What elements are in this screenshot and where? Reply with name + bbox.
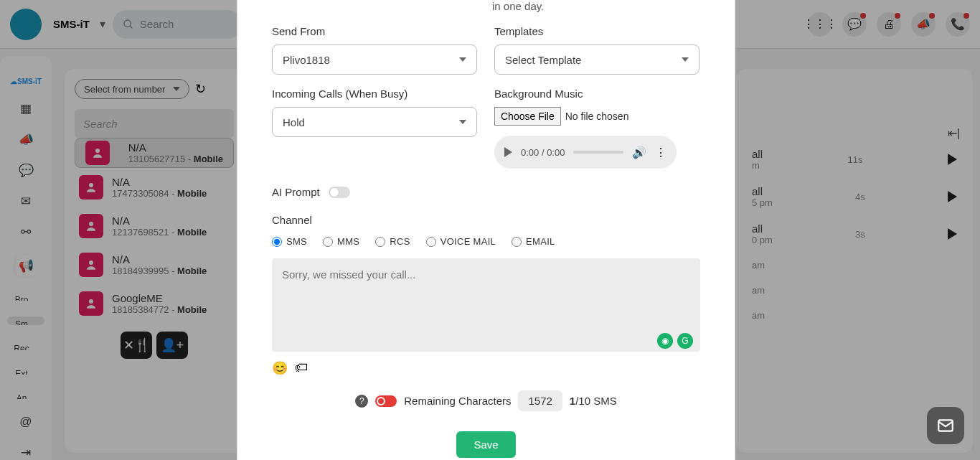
templates-value: Select Template [505,54,581,66]
note-text: in one day. [492,0,700,12]
channel-label: Channel [272,214,700,226]
choose-file-button[interactable]: Choose File [494,107,561,126]
remaining-count: 1572 [518,390,562,411]
incoming-select[interactable]: Hold [272,107,477,137]
ai-prompt-toggle[interactable] [329,187,350,198]
emoji-picker-icon[interactable]: 😊 [272,360,288,376]
channel-label-text: EMAIL [526,236,555,247]
channel-voice-mail[interactable]: VOICE MAIL [426,236,496,247]
channel-mms[interactable]: MMS [323,236,359,247]
message-textarea[interactable] [272,258,700,352]
grammarly-icon[interactable]: ◉ [657,333,673,349]
save-button[interactable]: Save [456,431,515,458]
channel-sms[interactable]: SMS [272,236,307,247]
chevron-down-icon [459,57,466,62]
channel-label-text: SMS [286,236,307,247]
channel-radio[interactable] [272,237,282,247]
char-toggle[interactable] [375,395,397,407]
incoming-label: Incoming Calls (When Busy) [272,88,477,100]
incoming-value: Hold [283,116,305,128]
sms-count: 1/10 SMS [570,395,617,407]
channel-email[interactable]: EMAIL [512,236,555,247]
settings-modal: in one day. Send From Plivo1818 Template… [237,0,735,460]
channel-label-text: VOICE MAIL [440,236,496,247]
audio-progress[interactable] [573,151,623,154]
play-icon[interactable] [504,147,512,157]
send-from-label: Send From [272,25,477,37]
templates-label: Templates [494,25,699,37]
grammar-g-icon[interactable]: G [677,333,693,349]
help-icon[interactable]: ? [355,395,368,408]
compose-mail-fab[interactable] [927,407,964,444]
audio-menu-icon[interactable]: ⋮ [655,146,666,159]
ai-prompt-label: AI Prompt [272,186,320,198]
channel-radio[interactable] [323,237,333,247]
channel-radio[interactable] [375,237,385,247]
channel-radio[interactable] [426,237,436,247]
no-file-text: No file chosen [565,111,629,122]
templates-select[interactable]: Select Template [494,44,699,75]
send-from-select[interactable]: Plivo1818 [272,44,477,75]
audio-time: 0:00 / 0:00 [521,147,565,158]
channel-label-text: MMS [337,236,359,247]
tag-icon[interactable]: 🏷 [295,360,308,376]
channel-radio[interactable] [512,237,522,247]
remaining-label: Remaining Characters [404,395,511,407]
chevron-down-icon [459,120,466,124]
volume-icon[interactable]: 🔊 [632,146,646,159]
bg-music-label: Background Music [494,88,699,100]
channel-rcs[interactable]: RCS [375,236,410,247]
send-from-value: Plivo1818 [283,54,330,66]
audio-player[interactable]: 0:00 / 0:00 🔊 ⋮ [494,136,677,169]
chevron-down-icon [682,57,689,62]
channel-label-text: RCS [390,236,410,247]
